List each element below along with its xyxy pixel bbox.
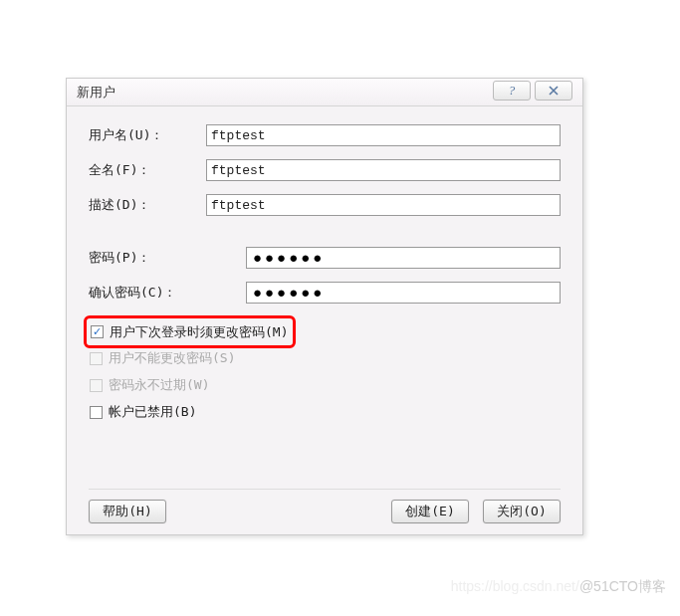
checkbox-section: ✓ 用户下次登录时须更改密码(M) 用户不能更改密码(S) 密码永不过期(W) … [90, 321, 561, 422]
watermark-right: @51CTO博客 [579, 578, 666, 594]
watermark: https://blog.csdn.net/@51CTO博客 [451, 578, 666, 596]
password-input[interactable]: ●●●●●● [246, 247, 561, 269]
account-disabled-label: 帐户已禁用(B) [109, 403, 196, 421]
close-icon[interactable] [535, 81, 572, 101]
create-button[interactable]: 创建(E) [391, 500, 469, 523]
fullname-row: 全名(F)： [89, 159, 561, 181]
cannot-change-pw-checkbox [90, 352, 103, 365]
titlebar-controls: ? [489, 81, 572, 101]
help-button[interactable]: 帮助(H) [89, 500, 166, 523]
help-icon[interactable]: ? [493, 81, 531, 101]
username-input[interactable] [206, 124, 561, 146]
password-row: 密码(P)： ●●●●●● [89, 247, 561, 269]
password-label: 密码(P)： [89, 249, 246, 267]
highlight-annotation: ✓ 用户下次登录时须更改密码(M) [84, 315, 296, 348]
must-change-pw-row: ✓ 用户下次登录时须更改密码(M) [90, 321, 561, 341]
must-change-pw-label: 用户下次登录时须更改密码(M) [110, 323, 288, 341]
watermark-left: https://blog.csdn.net/ [451, 578, 579, 594]
new-user-dialog: 新用户 ? 用户名(U)： 全名(F)： 描述(D)： 密码(P)： ●●●●●… [66, 78, 583, 535]
pw-never-expires-row: 密码永不过期(W) [90, 375, 561, 395]
dialog-body: 用户名(U)： 全名(F)： 描述(D)： 密码(P)： ●●●●●● 确认密码… [67, 106, 582, 422]
must-change-pw-checkbox[interactable]: ✓ [91, 325, 104, 338]
account-disabled-row: 帐户已禁用(B) [90, 402, 561, 422]
confirm-password-label: 确认密码(C)： [89, 284, 246, 302]
account-disabled-checkbox[interactable] [90, 406, 103, 419]
svg-text:?: ? [509, 84, 516, 98]
dialog-footer: 帮助(H) 创建(E) 关闭(O) [89, 489, 561, 518]
pw-never-expires-checkbox [90, 379, 103, 392]
titlebar: 新用户 ? [67, 79, 582, 106]
description-input[interactable] [206, 194, 561, 216]
dialog-title: 新用户 [77, 84, 115, 102]
username-row: 用户名(U)： [89, 124, 561, 146]
username-label: 用户名(U)： [89, 126, 206, 144]
confirm-password-row: 确认密码(C)： ●●●●●● [89, 282, 561, 304]
description-row: 描述(D)： [89, 194, 561, 216]
footer-right: 创建(E) 关闭(O) [391, 500, 561, 523]
description-label: 描述(D)： [89, 196, 206, 214]
fullname-input[interactable] [206, 159, 561, 181]
pw-never-expires-label: 密码永不过期(W) [109, 376, 209, 394]
cannot-change-pw-row: 用户不能更改密码(S) [90, 348, 561, 368]
confirm-password-input[interactable]: ●●●●●● [246, 282, 561, 304]
close-button[interactable]: 关闭(O) [483, 500, 561, 523]
cannot-change-pw-label: 用户不能更改密码(S) [109, 349, 235, 367]
fullname-label: 全名(F)： [89, 161, 206, 179]
